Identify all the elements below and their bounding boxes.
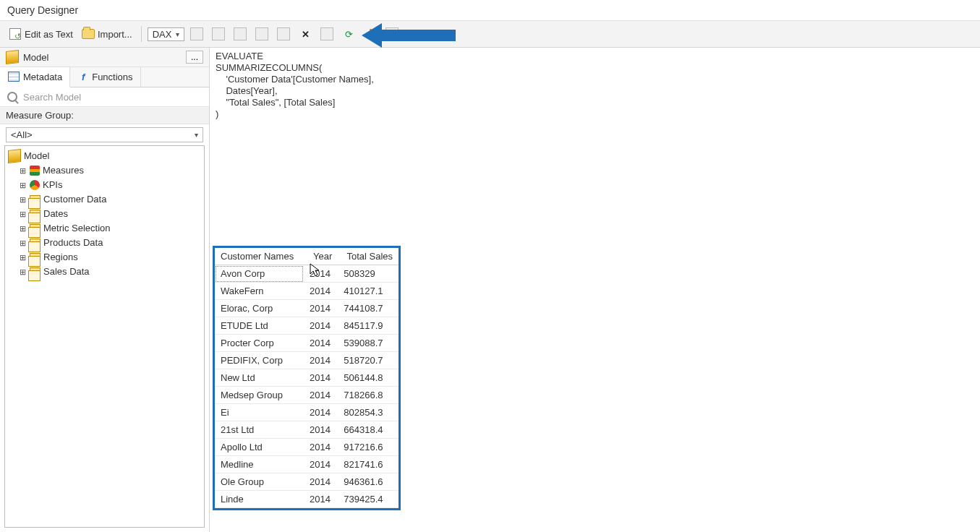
expand-icon[interactable]: ⊞	[18, 179, 27, 192]
table-row[interactable]: Medline2014821741.6	[215, 456, 399, 473]
tree-item-metric-selection[interactable]: ⊞Metric Selection	[17, 221, 203, 236]
x-icon: ✕	[299, 27, 312, 40]
table-row[interactable]: Ei2014802854.3	[215, 404, 399, 421]
cube-icon	[8, 150, 21, 163]
toolbar-icon-6[interactable]	[318, 26, 336, 42]
tree-item-label: Products Data	[43, 236, 103, 249]
tree-item-regions[interactable]: ⊞Regions	[17, 250, 203, 265]
expand-icon[interactable]: ⊞	[18, 236, 27, 249]
cell-year: 2014	[304, 456, 338, 473]
edit-as-text-button[interactable]: Edit as Text	[6, 26, 76, 42]
measure-group-label: Measure Group:	[0, 107, 209, 124]
model-ellipsis-button[interactable]: ...	[186, 51, 203, 64]
table-row[interactable]: ETUDE Ltd2014845117.9	[215, 317, 399, 335]
table-row[interactable]: Avon Corp2014508329	[215, 265, 399, 283]
edit-as-text-label: Edit as Text	[25, 29, 73, 40]
tab-metadata-label: Metadata	[23, 72, 62, 82]
cell-customer: PEDIFIX, Corp	[215, 352, 304, 369]
svg-marker-0	[362, 23, 456, 48]
cell-customer: Linde	[215, 491, 304, 508]
table-row[interactable]: WakeFern2014410127.1	[215, 283, 399, 300]
tree-item-customer-data[interactable]: ⊞Customer Data	[17, 192, 203, 207]
tree-item-label: Dates	[43, 207, 68, 220]
table-row[interactable]: Ole Group2014946361.6	[215, 473, 399, 491]
cell-customer: 21st Ltd	[215, 421, 304, 439]
toolbar-icon-3[interactable]	[231, 26, 250, 42]
expand-icon[interactable]: ⊞	[18, 222, 27, 235]
table-icon	[30, 267, 41, 277]
expand-icon[interactable]: ⊞	[18, 164, 27, 177]
delete-button[interactable]: ✕	[296, 26, 315, 42]
tree-item-products-data[interactable]: ⊞Products Data	[17, 236, 203, 250]
toolbar-icon-5[interactable]	[274, 26, 293, 42]
expand-icon[interactable]: ⊞	[18, 251, 27, 264]
cell-customer: Avon Corp	[215, 265, 304, 283]
table-row[interactable]: Medsep Group2014718266.8	[215, 387, 399, 404]
tab-functions[interactable]: f Functions	[70, 67, 140, 87]
tree-root-model[interactable]: Model	[7, 149, 203, 163]
col-customer-names[interactable]: Customer Names	[215, 248, 304, 265]
chevron-down-icon: ▾	[195, 131, 198, 139]
search-icon	[6, 90, 19, 103]
tree-item-label: KPIs	[43, 179, 62, 192]
cell-total: 802854.3	[338, 404, 399, 421]
cell-year: 2014	[304, 387, 338, 404]
measure-group-combo[interactable]: <All> ▾	[6, 127, 203, 142]
cell-total: 410127.1	[338, 283, 399, 300]
fx-icon: f	[77, 72, 89, 83]
table-row[interactable]: Elorac, Corp2014744108.7	[215, 300, 399, 317]
cell-customer: Elorac, Corp	[215, 300, 304, 317]
cell-year: 2014	[304, 369, 338, 387]
tab-functions-label: Functions	[92, 72, 132, 82]
refresh-button[interactable]: ⟳	[339, 26, 358, 42]
expand-icon[interactable]: ⊞	[18, 207, 27, 220]
table-icon	[30, 239, 41, 248]
table-row[interactable]: PEDIFIX, Corp2014518720.7	[215, 352, 399, 369]
tree-item-label: Sales Data	[43, 265, 90, 278]
expand-icon[interactable]: ⊞	[18, 265, 27, 278]
cell-customer: Medsep Group	[215, 387, 304, 404]
search-row	[0, 87, 209, 107]
tree-item-measures[interactable]: ⊞Measures	[17, 163, 203, 178]
cell-total: 739425.4	[338, 491, 399, 508]
cell-total: 518720.7	[338, 352, 399, 369]
stack-icon	[7, 70, 20, 83]
cell-total: 718266.8	[338, 387, 399, 404]
table-row[interactable]: Procter Corp2014539088.7	[215, 335, 399, 352]
toolbar-icon-4[interactable]	[252, 26, 271, 42]
annotation-arrow	[362, 23, 456, 48]
cell-customer: Procter Corp	[215, 335, 304, 352]
doc-icon	[9, 27, 22, 40]
toolbar-icon-1[interactable]	[187, 26, 206, 42]
tab-metadata[interactable]: Metadata	[0, 67, 70, 87]
tree-item-sales-data[interactable]: ⊞Sales Data	[17, 265, 203, 279]
table-row[interactable]: Linde2014739425.4	[215, 491, 399, 508]
import-button[interactable]: Import...	[79, 26, 135, 42]
tree-item-dates[interactable]: ⊞Dates	[17, 207, 203, 221]
table-row[interactable]: Apollo Ltd2014917216.6	[215, 439, 399, 456]
cell-year: 2014	[304, 283, 338, 300]
expand-icon[interactable]: ⊞	[18, 193, 27, 206]
col-total-sales[interactable]: Total Sales	[338, 248, 399, 265]
language-combo[interactable]: DAX ▾	[148, 27, 185, 41]
cell-year: 2014	[304, 352, 338, 369]
measures-icon	[30, 166, 40, 176]
search-input[interactable]	[23, 92, 203, 103]
toolbar-icon-2[interactable]	[209, 26, 228, 42]
model-tree: Model ⊞Measures ⊞KPIs ⊞Customer Data ⊞Da…	[4, 145, 205, 528]
chevron-down-icon: ▾	[176, 30, 179, 38]
cell-year: 2014	[304, 473, 338, 491]
table-row[interactable]: New Ltd2014506144.8	[215, 369, 399, 387]
import-label: Import...	[98, 29, 132, 40]
language-combo-value: DAX	[153, 29, 172, 40]
tree-item-label: Customer Data	[43, 193, 106, 206]
cell-year: 2014	[304, 421, 338, 439]
toolbar: Edit as Text Import... DAX ▾ ✕ ⟳ !	[0, 20, 980, 48]
col-year[interactable]: Year	[304, 248, 338, 265]
table-icon	[30, 195, 41, 205]
cell-total: 506144.8	[338, 369, 399, 387]
tree-item-kpis[interactable]: ⊞KPIs	[17, 178, 203, 192]
toolbar-separator	[141, 26, 142, 42]
table-icon	[30, 253, 41, 262]
table-row[interactable]: 21st Ltd2014664318.4	[215, 421, 399, 439]
